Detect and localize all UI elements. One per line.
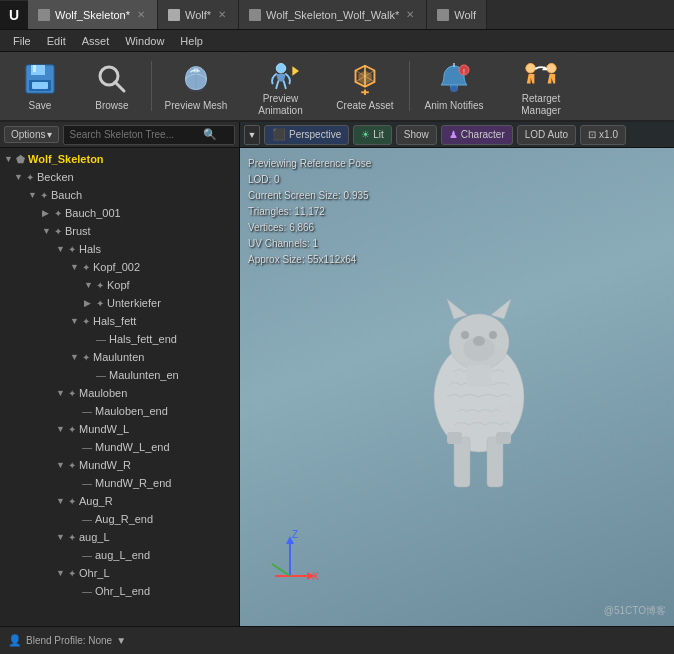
tree-item-mundw-l-end[interactable]: — MundW_L_end bbox=[0, 438, 239, 456]
svg-rect-37 bbox=[467, 365, 491, 387]
bone-icon: ✦ bbox=[68, 568, 76, 579]
browse-button[interactable]: Browse bbox=[77, 55, 147, 117]
tab-wolf-skeleton[interactable]: Wolf_Skeleton* ✕ bbox=[28, 0, 158, 29]
menu-help[interactable]: Help bbox=[172, 33, 211, 49]
tab-wolf[interactable]: Wolf* ✕ bbox=[158, 0, 239, 29]
tree-item-maulunten-en[interactable]: — Maulunten_en bbox=[0, 366, 239, 384]
tab-wolf-skeleton-walk[interactable]: Wolf_Skeleton_Wolf_Walk* ✕ bbox=[239, 0, 427, 29]
info-line3: Current Screen Size: 0.935 bbox=[248, 188, 371, 204]
tree-item-mauloben-end[interactable]: — Mauloben_end bbox=[0, 402, 239, 420]
retarget-manager-button[interactable]: Retarget Manager bbox=[496, 55, 586, 117]
tree-item-aug-l[interactable]: ▼ ✦ aug_L bbox=[0, 528, 239, 546]
menu-window[interactable]: Window bbox=[117, 33, 172, 49]
tree-item-label: Maulunten bbox=[93, 351, 144, 363]
status-bar: 👤 Blend Profile: None ▼ bbox=[0, 626, 674, 654]
expand-icon bbox=[70, 550, 80, 560]
toolbar-divider-2 bbox=[409, 61, 410, 111]
expand-icon bbox=[84, 370, 94, 380]
preview-animation-button[interactable]: Preview Animation bbox=[238, 55, 323, 117]
show-label: Show bbox=[404, 129, 429, 140]
tree-item-aug-r-end[interactable]: — Aug_R_end bbox=[0, 510, 239, 528]
lod-button[interactable]: LOD Auto bbox=[517, 125, 576, 145]
tree-item-label: Hals_fett bbox=[93, 315, 136, 327]
expand-icon: ▼ bbox=[84, 280, 94, 290]
tab-close[interactable]: ✕ bbox=[404, 9, 416, 21]
tree-item-becken[interactable]: ▼ ✦ Becken bbox=[0, 168, 239, 186]
tree-item-wolf-skeleton[interactable]: ▼ ⬟ Wolf_Skeleton bbox=[0, 150, 239, 168]
tree-item-ohr-l-end[interactable]: — Ohr_L_end bbox=[0, 582, 239, 600]
tree-item-unterkiefer[interactable]: ▶ ✦ Unterkiefer bbox=[0, 294, 239, 312]
tree-item-kopf[interactable]: ▼ ✦ Kopf bbox=[0, 276, 239, 294]
tree-item-kopf-002[interactable]: ▼ ✦ Kopf_002 bbox=[0, 258, 239, 276]
bone-icon: — bbox=[82, 406, 92, 417]
tree-item-label: MundW_L bbox=[79, 423, 129, 435]
tree-item-aug-l-end[interactable]: — aug_L_end bbox=[0, 546, 239, 564]
tree-item-hals-fett-end[interactable]: — Hals_fett_end bbox=[0, 330, 239, 348]
tree-item-label: Ohr_L bbox=[79, 567, 110, 579]
create-asset-icon bbox=[347, 61, 383, 97]
svg-text:!: ! bbox=[463, 68, 465, 75]
tree-item-label: MundW_R_end bbox=[95, 477, 171, 489]
tree-item-bauch[interactable]: ▼ ✦ Bauch bbox=[0, 186, 239, 204]
tab-wolf2[interactable]: Wolf bbox=[427, 0, 487, 29]
tree-item-mauloben[interactable]: ▼ ✦ Mauloben bbox=[0, 384, 239, 402]
tree-item-hals-fett[interactable]: ▼ ✦ Hals_fett bbox=[0, 312, 239, 330]
expand-icon: ▼ bbox=[70, 262, 80, 272]
tree-item-brust[interactable]: ▼ ✦ Brust bbox=[0, 222, 239, 240]
perspective-label: Perspective bbox=[289, 129, 341, 140]
preview-mesh-button[interactable]: Preview Mesh bbox=[156, 55, 236, 117]
wolf-mesh-display bbox=[399, 277, 559, 497]
menu-edit[interactable]: Edit bbox=[39, 33, 74, 49]
svg-line-6 bbox=[115, 82, 124, 91]
tab-close[interactable]: ✕ bbox=[135, 9, 147, 21]
menu-asset[interactable]: Asset bbox=[74, 33, 118, 49]
tree-item-label: Bauch bbox=[51, 189, 82, 201]
tree-item-ohr-l[interactable]: ▼ ✦ Ohr_L bbox=[0, 564, 239, 582]
expand-icon: ▼ bbox=[56, 424, 66, 434]
anim-notifies-button[interactable]: ! Anim Notifies bbox=[414, 55, 494, 117]
scale-button[interactable]: ⊡ x1.0 bbox=[580, 125, 626, 145]
bone-icon: ✦ bbox=[68, 532, 76, 543]
bone-icon: ✦ bbox=[68, 244, 76, 255]
tab-bar: Wolf_Skeleton* ✕ Wolf* ✕ Wolf_Skeleton_W… bbox=[28, 0, 674, 29]
tab-close[interactable]: ✕ bbox=[216, 9, 228, 21]
save-button[interactable]: Save bbox=[5, 55, 75, 117]
show-button[interactable]: Show bbox=[396, 125, 437, 145]
expand-icon: ▼ bbox=[42, 226, 52, 236]
bone-icon: ✦ bbox=[82, 316, 90, 327]
lit-button[interactable]: ☀ Lit bbox=[353, 125, 392, 145]
tab-icon bbox=[168, 9, 180, 21]
create-asset-button[interactable]: Create Asset bbox=[325, 55, 405, 117]
viewport-options-dropdown[interactable]: ▼ bbox=[244, 125, 260, 145]
tab-icon bbox=[249, 9, 261, 21]
tab-label: Wolf* bbox=[185, 9, 211, 21]
viewport-content[interactable]: Previewing Reference Pose LOD: 0 Current… bbox=[240, 148, 674, 626]
tree-item-bauch-001[interactable]: ▶ ✦ Bauch_001 bbox=[0, 204, 239, 222]
expand-icon bbox=[70, 586, 80, 596]
viewport[interactable]: ▼ ⬛ Perspective ☀ Lit Show ♟ Character L… bbox=[240, 122, 674, 626]
svg-rect-2 bbox=[33, 65, 36, 72]
tree-item-maulunten[interactable]: ▼ ✦ Maulunten bbox=[0, 348, 239, 366]
tree-item-hals[interactable]: ▼ ✦ Hals bbox=[0, 240, 239, 258]
tree-item-label: Bauch_001 bbox=[65, 207, 121, 219]
svg-rect-34 bbox=[487, 437, 503, 487]
options-button[interactable]: Options ▾ bbox=[4, 126, 59, 143]
tree-item-aug-r[interactable]: ▼ ✦ Aug_R bbox=[0, 492, 239, 510]
lod-label: LOD Auto bbox=[525, 129, 568, 140]
menu-file[interactable]: File bbox=[5, 33, 39, 49]
character-button[interactable]: ♟ Character bbox=[441, 125, 513, 145]
tab-label: Wolf_Skeleton* bbox=[55, 9, 130, 21]
blend-profile-label: Blend Profile: None bbox=[26, 635, 112, 646]
perspective-button[interactable]: ⬛ Perspective bbox=[264, 125, 349, 145]
tree-item-mundw-l[interactable]: ▼ ✦ MundW_L bbox=[0, 420, 239, 438]
save-icon bbox=[22, 61, 58, 97]
tree-item-mundw-r-end[interactable]: — MundW_R_end bbox=[0, 474, 239, 492]
expand-icon: ▼ bbox=[14, 172, 24, 182]
blend-profile[interactable]: Blend Profile: None ▼ bbox=[26, 635, 126, 646]
bone-icon: ✦ bbox=[54, 208, 62, 219]
save-label: Save bbox=[29, 100, 52, 112]
retarget-manager-label: Retarget Manager bbox=[501, 93, 581, 117]
tree-item-label: Maulunten_en bbox=[109, 369, 179, 381]
expand-icon: ▼ bbox=[56, 460, 66, 470]
tree-item-mundw-r[interactable]: ▼ ✦ MundW_R bbox=[0, 456, 239, 474]
